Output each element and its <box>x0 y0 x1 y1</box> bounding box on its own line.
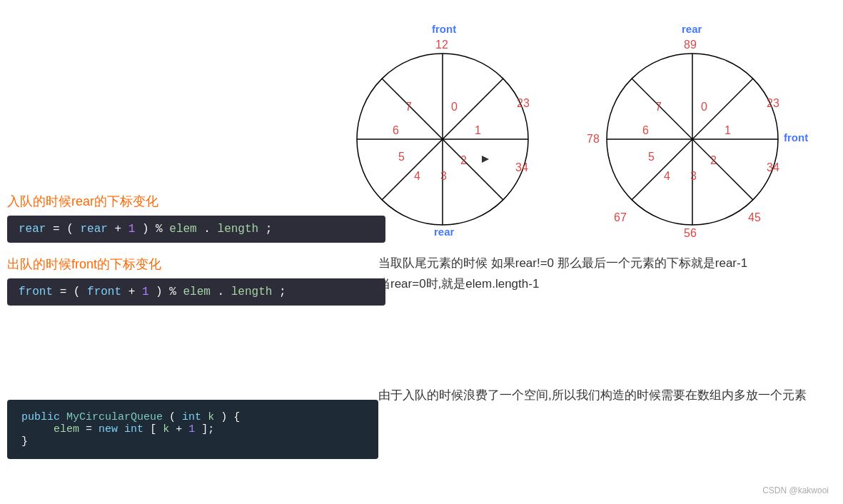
enqueue-label: 入队的时候rear的下标变化 <box>7 193 385 210</box>
dequeue-label: 出队的时候front的下标变化 <box>7 256 385 273</box>
constructor-code: public MyCircularQueue ( int k ) { elem … <box>7 400 378 459</box>
code-rear-paren: ( <box>66 223 74 236</box>
svg-text:front: front <box>432 23 456 35</box>
code-rear-nm: rear <box>80 223 107 236</box>
code-front: front = ( front + 1 ) % elem . length ; <box>7 278 385 306</box>
code-rear-op: = <box>53 223 66 236</box>
svg-text:1: 1 <box>725 124 731 136</box>
code-rear-kw: rear <box>19 223 46 236</box>
svg-text:4: 4 <box>414 170 420 182</box>
svg-text:1: 1 <box>475 124 481 136</box>
svg-text:23: 23 <box>767 97 779 109</box>
code-rear: rear = ( rear + 1 ) % elem . length ; <box>7 216 385 243</box>
code-bottom-section: public MyCircularQueue ( int k ) { elem … <box>7 393 378 459</box>
explanation1: 当取队尾元素的时候 如果rear!=0 那么最后一个元素的下标就是rear-1 <box>378 256 747 270</box>
svg-text:23: 23 <box>517 97 530 109</box>
svg-text:45: 45 <box>748 211 761 223</box>
svg-text:0: 0 <box>451 101 458 113</box>
left-section: 入队的时候rear的下标变化 rear = ( rear + 1 ) % ele… <box>7 193 385 318</box>
svg-text:7: 7 <box>655 101 662 113</box>
right-explanation: 当取队尾元素的时候 如果rear!=0 那么最后一个元素的下标就是rear-1 … <box>378 253 807 295</box>
code-rear-elem: elem <box>169 223 196 236</box>
code-rear-paren2: ) <box>142 223 149 236</box>
svg-text:rear: rear <box>682 23 702 35</box>
svg-text:rear: rear <box>434 226 455 238</box>
svg-text:0: 0 <box>701 101 707 113</box>
code-rear-semi: ; <box>266 223 273 236</box>
svg-text:6: 6 <box>642 124 649 136</box>
svg-text:3: 3 <box>690 170 697 182</box>
right-explanation2: 由于入队的时候浪费了一个空间,所以我们构造的时候需要在数组内多放一个元素 <box>378 385 807 406</box>
explanation3: 由于入队的时候浪费了一个空间,所以我们构造的时候需要在数组内多放一个元素 <box>378 388 807 402</box>
circles-area: 0 1 2 3 4 5 6 7 12 23 34 front rear <box>328 14 828 243</box>
svg-text:7: 7 <box>405 101 412 113</box>
code-rear-one: 1 <box>128 223 136 236</box>
svg-text:5: 5 <box>648 151 655 163</box>
right-circle-diagram: 0 1 2 3 4 5 6 7 89 23 34 45 56 67 78 rea… <box>571 14 828 243</box>
watermark: CSDN @kakwooi <box>762 485 829 495</box>
svg-text:5: 5 <box>398 151 405 163</box>
svg-text:12: 12 <box>435 39 448 51</box>
svg-text:2: 2 <box>460 154 467 166</box>
explanation2: 当rear=0时,就是elem.length-1 <box>378 277 539 291</box>
page-container: 0 1 2 3 4 5 6 7 12 23 34 front rear <box>0 0 843 504</box>
svg-text:67: 67 <box>614 211 627 223</box>
svg-text:34: 34 <box>515 161 528 173</box>
svg-text:89: 89 <box>684 39 697 51</box>
svg-text:3: 3 <box>440 170 447 182</box>
svg-text:56: 56 <box>684 227 697 239</box>
svg-text:78: 78 <box>587 133 600 145</box>
code-rear-length: length <box>218 223 259 236</box>
svg-text:2: 2 <box>710 154 717 166</box>
svg-text:4: 4 <box>664 170 670 182</box>
code-rear-mod: % <box>156 223 169 236</box>
svg-text:34: 34 <box>767 161 779 173</box>
svg-text:front: front <box>784 131 808 143</box>
code-rear-plus: + <box>114 223 121 236</box>
code-rear-dot: . <box>203 223 211 236</box>
svg-text:6: 6 <box>393 124 399 136</box>
